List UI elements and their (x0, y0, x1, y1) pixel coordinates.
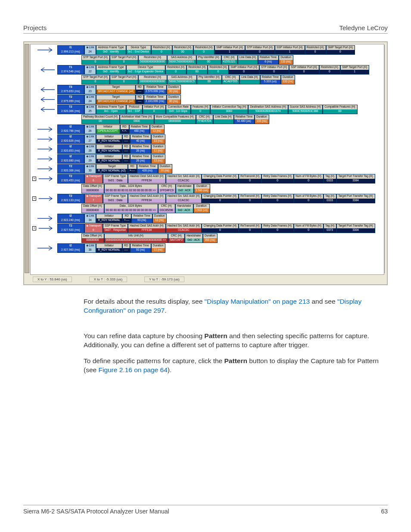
field-tag: Tag (H)0333 (324, 174, 336, 184)
packet-row[interactable]: +T22.922.133 (ms)◈ Transport7SSP Frame T… (32, 194, 382, 203)
field-crc: CRC (H)FF4D47D4 (196, 115, 214, 124)
field-restr: Restricted (H)0 (165, 65, 187, 75)
packet-row[interactable]: I22.927.960 (ms)◈ Link36InitiatorR_RDY N… (32, 243, 382, 253)
field-crate: Connection Rate0x9 : 3.0 Gbps (166, 105, 190, 114)
field-cfeat: Compatible Features (H)00 (323, 105, 357, 114)
field-devt: Device Type0x2 : Edge Expander Device (126, 65, 165, 75)
field-dur: Duration133 (ns) (279, 55, 293, 65)
packet-row[interactable]: T22.920.366 (ms)◈ Link25Address Frame Ty… (32, 105, 382, 114)
packet-id-block: I22.920.880 (ms) (57, 154, 84, 164)
link-display-manipulation[interactable]: "Display Manipulation" on page 213 (205, 298, 310, 305)
packet-subrow[interactable]: Pathway Blocked Count (H)00Arbitration W… (32, 115, 382, 124)
expand-toggle[interactable]: + (32, 177, 36, 181)
field-tptt: Target Port Transfer Tag (H)3384 (336, 174, 375, 184)
packet-row[interactable]: T22.975.999 (ms)◈ Link24TargetBROADCAST … (32, 95, 382, 104)
field-infounit: Info Unit (H)000000000000000000000000000… (104, 233, 168, 243)
p3-text-c: ). (168, 366, 171, 373)
field-aft: Address Frame Type0x0 : Identify (96, 45, 126, 55)
field-mcf: More Compatible Features (H)00000000 (154, 115, 196, 124)
packet-id-block: I22.920.786 (ms) (57, 124, 84, 134)
header-brand: Teledyne LeCroy (339, 24, 388, 31)
field-crc: CRC (H)1FFD4FC9 (158, 184, 176, 193)
field-nfb: Num of Fill Bytes (H)0 (294, 174, 324, 184)
splitter-handle[interactable] (25, 44, 29, 273)
layer-tag: ◈ Transport8 (84, 224, 103, 233)
packet-row[interactable]: I12.999.213 (ms)◈ Link24Address Frame Ty… (32, 45, 382, 55)
expand-toggle[interactable]: + (32, 196, 36, 201)
p1-text-b: and see (310, 298, 337, 305)
field-nfb: Num of Fill Bytes (H)0 (294, 224, 324, 233)
field-dur: Duration200 (ns) (203, 233, 218, 243)
p1-text-a: For details about the results display, s… (84, 298, 205, 305)
direction-arrow-icon (36, 156, 56, 162)
direction-arrow-icon (36, 215, 56, 221)
field-stptp: STP Target Port (H)0 (81, 55, 110, 65)
status-xy: X to Y : 53.840 (us) (33, 277, 72, 282)
direction-arrow-icon (37, 196, 56, 202)
packet-row[interactable]: I22.920.880 (ms)◈ Link29InitiatorR_RDY N… (32, 154, 382, 164)
layer-tag: ◈ Link27 (84, 134, 97, 144)
packet-subrow[interactable]: Data Offset (H)00000000Data , 1024 Bytes… (32, 184, 382, 193)
layer-tag: ◈ Link26 (84, 124, 97, 134)
field-hdsas: Hashed Dest SAS Addr (H)FFFE34 (128, 174, 165, 184)
field-crc: CRC (H)5A4724F2 (168, 233, 185, 243)
field-init: InitiatorR_RDY NORMAL (96, 154, 122, 164)
field-phyid: Phy Identifier (H)09 (197, 75, 222, 84)
packet-row[interactable]: T32.975.653 (ms)◈ Link23TargetBROADCAST … (32, 85, 382, 94)
field-linkdata: Link Data (H) (240, 75, 260, 84)
field-sspip: SSP Initiator Port (H)0 (289, 65, 319, 75)
field-rdf: Retry Data Frames (H)0 (262, 224, 294, 233)
expand-toggle[interactable]: + (32, 226, 36, 230)
field-rd: RD+-+- (120, 124, 129, 134)
field-reltime: Relative Time26 (ns) (130, 154, 151, 164)
packet-row[interactable]: I22.920.786 (ms)◈ Link26InitiatorOPEN AC… (32, 124, 382, 134)
field-reltime: Relative Time426 (ns) (137, 164, 158, 174)
packet-id-block: I22.922.240 (ms) (57, 214, 84, 223)
packet-row[interactable]: I22.920.826 (ms)◈ Link27InitiatorR_RDY N… (32, 134, 382, 144)
status-bar: X to Y : 53.840 (us) X to T : -5.333 (us… (30, 275, 384, 282)
packet-subrow[interactable]: Data Offset (H)00000000Info Unit (H)0000… (32, 233, 382, 243)
field-iport: Initiator Port (H)0 (143, 105, 166, 114)
field-rd: RD---- (122, 154, 130, 164)
field-stptp: STP Target Port (H)0 (81, 75, 110, 84)
packet-subrow[interactable]: STP Target Port (H)0SSP Target Port (H)0… (32, 75, 382, 84)
field-dur: Duration13 (ns) (151, 243, 166, 253)
field-hssas: Hashed Src SAS Addr (H)CCAC3C (166, 224, 202, 233)
field-dur: Duration13 (ns) (151, 154, 166, 164)
field-hshake: Handshake0x0 : ACK (175, 204, 193, 213)
field-tptt: Target Port Transfer Tag (H)3384 (336, 194, 375, 203)
field-reltime: Relative Time5.333 (us) (260, 75, 281, 84)
field-sasaddr: SAS Address (H)5000C50000000001 (167, 55, 196, 65)
field-target: TargetR_RDY NORMAL (x2) (96, 164, 128, 174)
packet-row[interactable]: T22.920.306 (ms)◈ Link30TargetR_RDY NORM… (32, 164, 382, 174)
packet-id-block: T32.975.653 (ms) (57, 85, 84, 94)
field-dur: Duration3.586 (us) (194, 184, 210, 193)
field-reltime: Relative Time6 (ns) (258, 55, 279, 65)
link-figure-2-16[interactable]: Figure 2.16 on page 64 (98, 366, 167, 373)
packet-row[interactable]: I22.920.853 (ms)◈ Link28InitiatorR_RDY N… (32, 144, 382, 154)
field-restr: Restricted (H)5000000000000000 (138, 55, 167, 65)
field-init: InitiatorR_RDY NORMAL (96, 144, 122, 154)
layer-tag: ◈ Link28 (84, 144, 97, 154)
field-linkdata: Link Data (H) (238, 55, 258, 65)
packet-id-block: I22.920.826 (ms) (57, 134, 84, 144)
field-dur: Duration80 (ns) (167, 95, 181, 104)
field-tptt: Target Port Transfer Tag (H)3304 (336, 224, 375, 233)
packet-row[interactable]: +T22.927.520 (ms)◈ Transport8SSP Frame T… (32, 224, 382, 233)
packet-subrow[interactable]: Data Offset (H)00000400Data , 1024 Bytes… (32, 204, 382, 213)
field-init: InitiatorR_RDY NORMAL (96, 134, 122, 144)
field-aft: Address Frame Type0x0 : Identify (96, 65, 126, 75)
field-ssas: Source SAS Address (H)5000C5000053C386 (288, 105, 323, 114)
field-linkdata: Link Data (H) (213, 115, 234, 124)
packet-subrow[interactable]: STP Target Port (H)0SSP Target Port (H)0… (32, 55, 382, 65)
trace-list[interactable]: I12.999.213 (ms)◈ Link24Address Frame Ty… (31, 44, 384, 254)
packet-row[interactable]: T12.974.546 (ms)◈ Link22Address Frame Ty… (32, 65, 382, 75)
packet-id-block: T22.920.366 (ms) (57, 105, 84, 114)
field-rd: RD---- (136, 85, 143, 94)
field-sspip: SSP Initiator Port (H)1 (275, 45, 305, 55)
field-sspft: SSP Frame Type0x01 : Data (103, 194, 128, 203)
field-stpip: STP Initiator Port (H)0 (245, 45, 275, 55)
packet-row[interactable]: +T22.920.453 (ms)◈ Transport6SSP Frame T… (32, 174, 382, 184)
field-stpip: STP Initiator Port (H)0 (259, 65, 289, 75)
packet-row[interactable]: I22.922.240 (ms)◈ Link34InitiatorR_RDY N… (32, 214, 382, 223)
